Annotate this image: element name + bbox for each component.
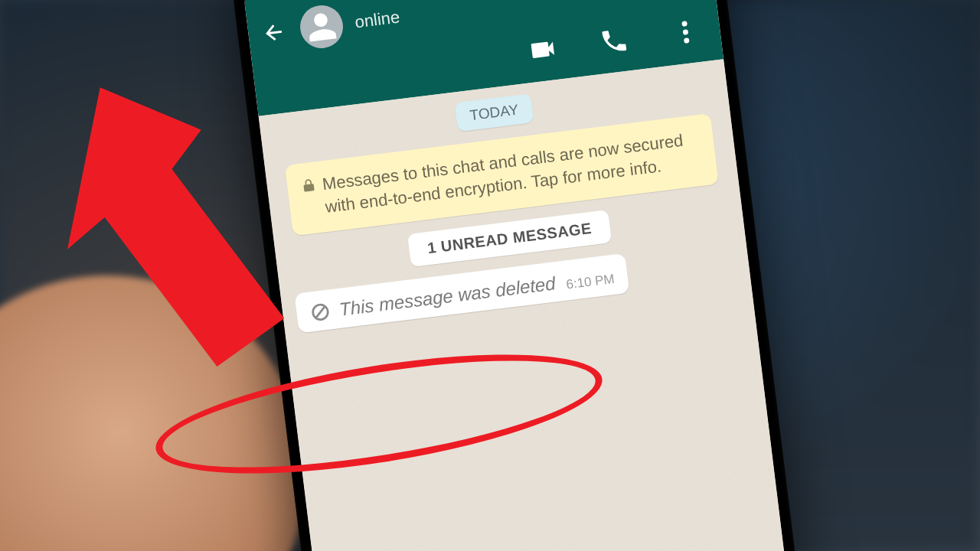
- svg-point-3: [683, 29, 689, 35]
- lock-icon: [300, 177, 317, 194]
- svg-line-6: [315, 306, 325, 317]
- encryption-banner[interactable]: Messages to this chat and calls are now …: [285, 113, 719, 236]
- deleted-message-bubble[interactable]: This message was deleted 6:10 PM: [294, 253, 630, 334]
- phone-screen: 100% 7:00 online TODAY: [242, 0, 816, 551]
- message-timestamp: 6:10 PM: [565, 272, 615, 293]
- back-arrow-icon[interactable]: [261, 18, 290, 47]
- svg-point-2: [681, 21, 688, 27]
- voice-call-icon[interactable]: [598, 24, 630, 57]
- more-options-icon[interactable]: [669, 16, 701, 48]
- date-separator: TODAY: [455, 93, 534, 132]
- video-call-icon[interactable]: [527, 34, 559, 66]
- svg-point-4: [684, 37, 690, 44]
- encryption-text: Messages to this chat and calls are now …: [321, 127, 704, 220]
- chat-body[interactable]: TODAY Messages to this chat and calls ar…: [259, 59, 816, 551]
- prohibited-icon: [309, 301, 332, 323]
- deleted-message-text: This message was deleted: [338, 272, 557, 320]
- avatar[interactable]: [298, 3, 345, 51]
